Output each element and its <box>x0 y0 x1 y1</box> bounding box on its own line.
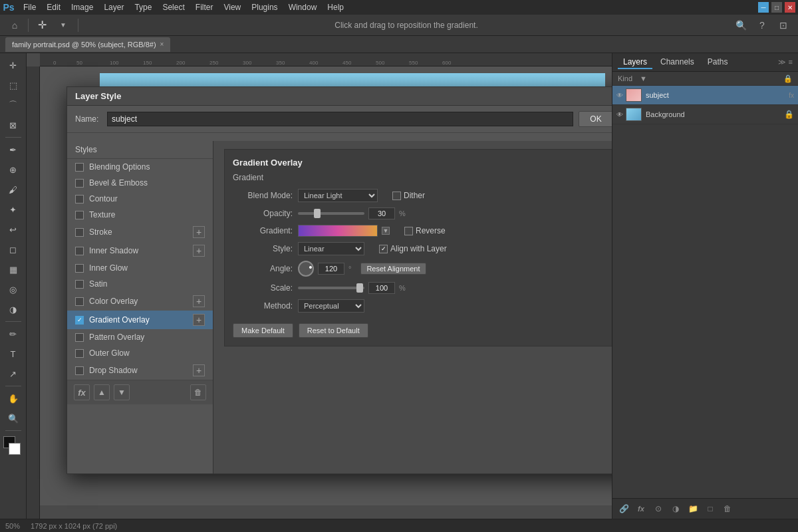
style-checkbox-1[interactable] <box>75 179 84 188</box>
style-item-bevel--emboss[interactable]: Bevel & Emboss <box>67 175 213 191</box>
window-close[interactable]: ✕ <box>785 2 795 13</box>
style-item-blending-options[interactable]: Blending Options <box>67 159 213 175</box>
quick-select-tool[interactable]: ⌒ <box>4 96 23 114</box>
reset-default-button[interactable]: Reset to Default <box>299 323 368 338</box>
style-add-btn-9[interactable]: + <box>193 314 205 326</box>
search-button[interactable]: 🔍 <box>732 16 750 35</box>
opacity-input[interactable] <box>368 207 395 219</box>
eyedropper-tool[interactable]: ✒ <box>4 140 23 159</box>
add-mask-button[interactable]: ⊙ <box>651 501 666 516</box>
panel-more-icon[interactable]: ≫ <box>778 58 786 66</box>
style-item-texture[interactable]: Texture <box>67 207 213 223</box>
style-checkbox-2[interactable] <box>75 195 84 203</box>
style-checkbox-0[interactable] <box>75 163 84 172</box>
style-select[interactable]: Linear Radial Angle Reflected Diamond <box>298 242 364 255</box>
style-checkbox-9[interactable] <box>75 316 84 325</box>
new-layer-button[interactable]: □ <box>703 501 718 516</box>
scale-input[interactable] <box>368 282 395 294</box>
spot-healing-tool[interactable]: ⊕ <box>4 160 23 179</box>
style-add-btn-4[interactable]: + <box>193 226 205 238</box>
tab-paths[interactable]: Paths <box>702 56 733 69</box>
gradient-preview[interactable] <box>298 225 378 237</box>
name-input[interactable] <box>107 112 573 126</box>
history-brush-tool[interactable]: ↩ <box>4 220 23 239</box>
menu-file[interactable]: File <box>19 1 41 13</box>
reverse-checkbox[interactable] <box>404 227 413 235</box>
style-add-btn-8[interactable]: + <box>193 295 205 307</box>
gradient-dropdown[interactable]: ▼ <box>382 227 390 235</box>
brush-tool[interactable]: 🖌 <box>4 180 23 199</box>
menu-select[interactable]: Select <box>158 1 189 13</box>
home-button[interactable]: ⌂ <box>5 16 24 35</box>
window-minimize[interactable]: ─ <box>758 2 769 13</box>
link-layers-button[interactable]: 🔗 <box>616 501 631 516</box>
style-item-stroke[interactable]: Stroke+ <box>67 223 213 241</box>
tab-channels[interactable]: Channels <box>655 56 700 69</box>
style-add-btn-5[interactable]: + <box>193 245 205 257</box>
style-item-inner-glow[interactable]: Inner Glow <box>67 260 213 276</box>
layer-visibility-icon[interactable]: 👁 <box>616 92 623 99</box>
menu-window[interactable]: Window <box>284 1 322 13</box>
blend-mode-select[interactable]: Linear Light Normal Multiply Screen Over… <box>298 189 378 202</box>
menu-plugins[interactable]: Plugins <box>247 1 282 13</box>
scale-slider-track[interactable] <box>298 287 364 289</box>
lasso-tool[interactable]: ⬚ <box>4 76 23 94</box>
style-checkbox-12[interactable] <box>75 366 84 375</box>
style-item-outer-glow[interactable]: Outer Glow <box>67 345 213 361</box>
document-tab[interactable]: family portrait.psd @ 50% (subject, RGB/… <box>5 37 170 52</box>
fx-button[interactable]: fx <box>74 384 90 400</box>
layout-button[interactable]: ⊡ <box>774 16 793 35</box>
move-up-button[interactable]: ▲ <box>94 384 110 400</box>
menu-view[interactable]: View <box>219 1 245 13</box>
style-item-color-overlay[interactable]: Color Overlay+ <box>67 292 213 311</box>
style-item-drop-shadow[interactable]: Drop Shadow+ <box>67 361 213 380</box>
zoom-tool[interactable]: 🔍 <box>4 409 23 428</box>
style-item-pattern-overlay[interactable]: Pattern Overlay <box>67 329 213 345</box>
layer-item-bg[interactable]: 👁 Background 🔒 <box>612 105 798 124</box>
layer-bg-visibility[interactable]: 👁 <box>616 111 623 118</box>
style-item-satin[interactable]: Satin <box>67 276 213 292</box>
opacity-slider-track[interactable] <box>298 212 364 215</box>
dither-checkbox[interactable] <box>392 192 401 200</box>
menu-image[interactable]: Image <box>66 1 98 13</box>
angle-dial[interactable] <box>298 261 314 277</box>
scale-slider-thumb[interactable] <box>356 283 363 293</box>
delete-style-button[interactable]: 🗑 <box>190 384 206 400</box>
menu-edit[interactable]: Edit <box>42 1 65 13</box>
panel-menu-icon[interactable]: ≡ <box>789 58 793 66</box>
menu-layer[interactable]: Layer <box>99 1 128 13</box>
add-style-button[interactable]: fx <box>634 501 648 516</box>
style-item-inner-shadow[interactable]: Inner Shadow+ <box>67 241 213 260</box>
align-layer-checkbox[interactable] <box>379 245 388 253</box>
clone-stamp-tool[interactable]: ✦ <box>4 200 23 219</box>
eraser-tool[interactable]: ◻ <box>4 240 23 259</box>
dodge-tool[interactable]: ◑ <box>4 300 23 319</box>
style-checkbox-3[interactable] <box>75 211 84 219</box>
move-tool[interactable]: ✛ <box>33 16 51 35</box>
method-select[interactable]: Perceptual Saturation Luminosity <box>298 299 364 313</box>
blur-tool[interactable]: ◎ <box>4 280 23 299</box>
delete-layer-button[interactable]: 🗑 <box>720 501 735 516</box>
style-checkbox-11[interactable] <box>75 349 84 358</box>
style-checkbox-5[interactable] <box>75 247 84 255</box>
tool-options-arrow[interactable]: ▼ <box>54 16 72 35</box>
reset-alignment-button[interactable]: Reset Alignment <box>360 263 426 275</box>
style-add-btn-12[interactable]: + <box>193 364 205 376</box>
tab-layers[interactable]: Layers <box>618 56 652 69</box>
menu-help[interactable]: Help <box>323 1 348 13</box>
style-checkbox-10[interactable] <box>75 333 84 342</box>
text-tool[interactable]: T <box>4 344 23 363</box>
style-item-gradient-overlay[interactable]: Gradient Overlay+ <box>67 311 213 329</box>
marquee-tool[interactable]: ✛ <box>4 56 23 74</box>
angle-input[interactable] <box>318 263 344 275</box>
style-checkbox-6[interactable] <box>75 264 84 273</box>
crop-tool[interactable]: ⊠ <box>4 116 23 134</box>
new-adjustment-button[interactable]: ◑ <box>668 501 683 516</box>
style-checkbox-8[interactable] <box>75 297 84 306</box>
menu-type[interactable]: Type <box>130 1 156 13</box>
new-group-button[interactable]: 📁 <box>686 501 700 516</box>
window-maximize[interactable]: □ <box>771 2 782 13</box>
path-selection-tool[interactable]: ↗ <box>4 364 23 383</box>
style-item-contour[interactable]: Contour <box>67 191 213 207</box>
pen-tool[interactable]: ✏ <box>4 325 23 343</box>
